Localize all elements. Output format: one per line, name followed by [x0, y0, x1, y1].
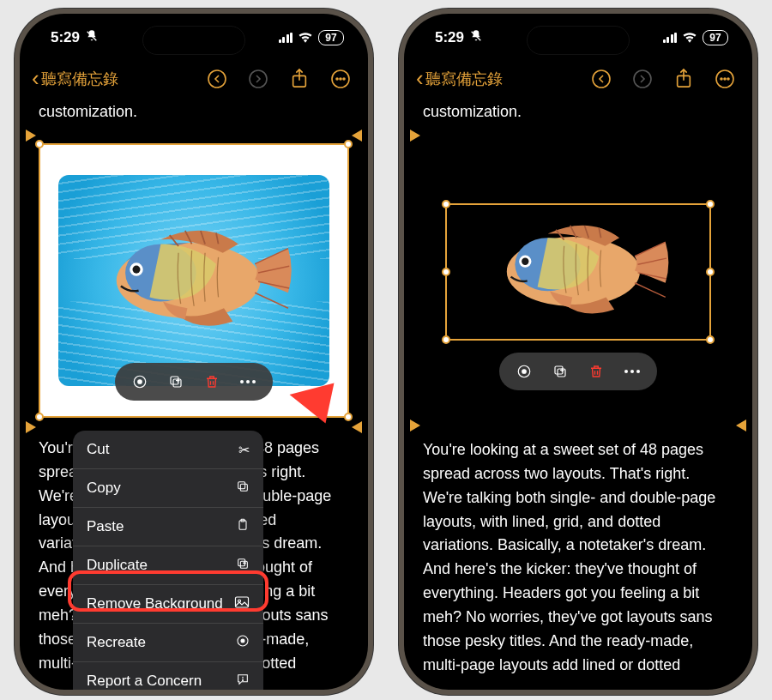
target-icon[interactable] — [132, 374, 148, 389]
more-icon[interactable] — [240, 380, 256, 383]
svg-rect-23 — [238, 559, 245, 566]
menu-paste[interactable]: Paste — [73, 508, 263, 546]
image-toolbar — [115, 363, 273, 401]
svg-point-11 — [132, 265, 140, 273]
menu-report[interactable]: Report a Concern — [73, 662, 263, 690]
context-menu: Cut ✂ Copy Paste Duplicate Remove Backgr… — [73, 431, 263, 690]
selection-marker-top-left — [410, 130, 420, 142]
svg-point-33 — [593, 70, 610, 88]
svg-point-31 — [242, 679, 243, 680]
share-button[interactable] — [289, 69, 310, 89]
share-button[interactable] — [673, 69, 694, 89]
target-icon[interactable] — [516, 364, 532, 379]
menu-remove-background[interactable]: Remove Background — [73, 585, 263, 624]
more-icon[interactable] — [624, 370, 640, 373]
dynamic-island — [142, 26, 245, 55]
signal-icon — [279, 33, 293, 43]
svg-point-45 — [522, 370, 527, 374]
resize-handle[interactable] — [442, 268, 450, 276]
svg-rect-18 — [240, 484, 247, 491]
status-time: 5:29 — [51, 29, 80, 46]
selection-marker-top-left — [26, 130, 36, 142]
svg-point-34 — [634, 70, 651, 88]
note-line-top: customization. — [20, 100, 368, 124]
svg-point-7 — [343, 78, 345, 80]
image-selection-frame[interactable] — [445, 203, 711, 341]
circle-dot-icon — [236, 634, 250, 651]
back-label: 聽寫備忘錄 — [425, 69, 503, 89]
undo-button[interactable] — [207, 69, 227, 89]
signal-icon — [663, 33, 678, 43]
menu-label: Cut — [87, 441, 109, 458]
menu-label: Recreate — [87, 634, 146, 651]
chevron-left-icon: ‹ — [416, 65, 424, 92]
menu-copy[interactable]: Copy — [73, 469, 263, 508]
resize-handle[interactable] — [344, 140, 353, 148]
bell-slash-icon — [85, 29, 99, 47]
dynamic-island — [527, 26, 630, 55]
scissors-icon: ✂ — [238, 442, 250, 458]
selection-marker-top-right — [352, 130, 362, 142]
fish-illustration — [83, 220, 305, 341]
selection-marker-bottom-right — [736, 419, 746, 431]
resize-handle[interactable] — [706, 200, 715, 208]
svg-point-29 — [241, 639, 244, 643]
phone-left: 5:29 97 ‹ 聽寫備忘錄 — [15, 9, 373, 695]
menu-label: Copy — [87, 480, 121, 497]
nav-bar: ‹ 聽寫備忘錄 — [20, 62, 368, 100]
redo-button[interactable] — [248, 69, 268, 89]
svg-rect-19 — [238, 482, 245, 489]
note-line-top: customization. — [404, 100, 752, 124]
svg-point-6 — [340, 78, 341, 80]
redo-button[interactable] — [632, 69, 653, 89]
copy-icon — [236, 480, 250, 497]
bell-slash-icon — [469, 29, 483, 47]
selection-marker-bottom-left — [26, 421, 36, 433]
svg-point-38 — [724, 78, 726, 80]
menu-label: Remove Background — [87, 595, 223, 612]
resize-handle[interactable] — [35, 140, 44, 148]
svg-point-37 — [721, 78, 722, 80]
wifi-icon — [298, 31, 313, 45]
more-button[interactable] — [330, 69, 351, 89]
battery-level: 97 — [318, 30, 344, 45]
svg-point-5 — [336, 78, 338, 80]
trash-icon[interactable] — [588, 364, 604, 379]
svg-rect-22 — [240, 561, 247, 568]
note-paragraph[interactable]: You're looking at a sweet set of 48 page… — [404, 438, 752, 678]
svg-point-2 — [250, 70, 267, 88]
menu-recreate[interactable]: Recreate — [73, 624, 263, 662]
selection-marker-bottom-left — [410, 419, 420, 431]
fish-illustration-nobg — [476, 215, 681, 328]
undo-button[interactable] — [591, 69, 612, 89]
chevron-left-icon: ‹ — [32, 65, 39, 92]
image-toolbar — [499, 353, 657, 390]
back-button[interactable]: ‹ 聽寫備忘錄 — [416, 65, 503, 92]
status-time: 5:29 — [435, 29, 464, 46]
duplicate-icon — [236, 557, 250, 574]
phone-right: 5:29 97 ‹ 聽寫備忘錄 — [399, 9, 757, 695]
image-icon — [234, 595, 250, 612]
back-label: 聽寫備忘錄 — [41, 69, 118, 89]
svg-point-39 — [727, 78, 729, 80]
image-selection-frame[interactable] — [39, 143, 349, 418]
svg-rect-26 — [236, 597, 249, 607]
selection-marker-bottom-right — [352, 421, 362, 433]
svg-point-13 — [138, 380, 142, 384]
menu-label: Duplicate — [87, 557, 148, 574]
wifi-icon — [682, 31, 697, 45]
trash-icon[interactable] — [204, 374, 220, 389]
copy-stack-icon[interactable] — [168, 374, 184, 389]
menu-cut[interactable]: Cut ✂ — [73, 431, 263, 469]
nav-bar: ‹ 聽寫備忘錄 — [404, 62, 752, 100]
menu-duplicate[interactable]: Duplicate — [73, 546, 263, 585]
more-button[interactable] — [715, 69, 735, 89]
speech-bubble-icon — [236, 673, 250, 690]
back-button[interactable]: ‹ 聽寫備忘錄 — [32, 65, 118, 92]
copy-stack-icon[interactable] — [552, 364, 568, 379]
svg-point-1 — [208, 70, 226, 88]
resize-handle[interactable] — [442, 200, 450, 208]
clipboard-icon — [236, 518, 250, 535]
menu-label: Paste — [87, 518, 124, 535]
resize-handle[interactable] — [706, 268, 715, 276]
